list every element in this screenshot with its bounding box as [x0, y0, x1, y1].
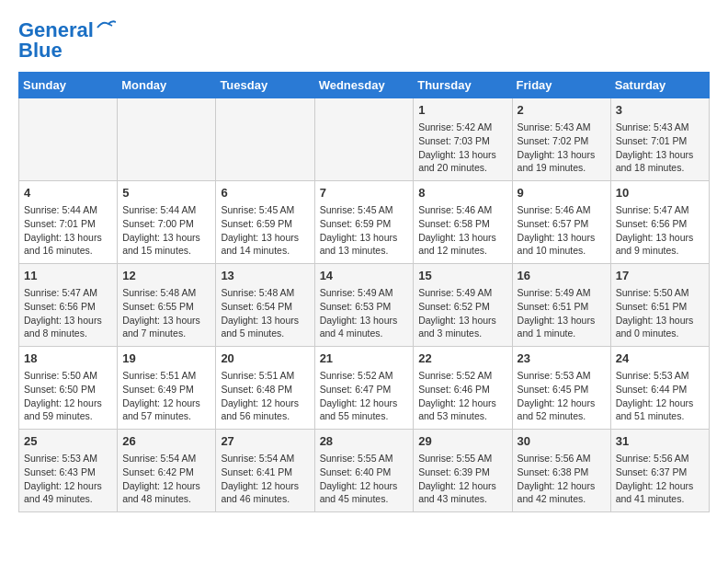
day-number: 3: [616, 102, 704, 119]
logo: General Blue: [18, 18, 116, 63]
calendar-cell: 31Sunrise: 5:56 AM Sunset: 6:37 PM Dayli…: [610, 430, 709, 512]
logo-bird-icon: [96, 18, 116, 33]
header-tuesday: Tuesday: [216, 73, 314, 98]
calendar-cell: 3Sunrise: 5:43 AM Sunset: 7:01 PM Daylig…: [610, 98, 709, 181]
calendar-cell: 10Sunrise: 5:47 AM Sunset: 6:56 PM Dayli…: [610, 181, 709, 264]
day-info: Sunrise: 5:42 AM Sunset: 7:03 PM Dayligh…: [418, 121, 506, 175]
day-info: Sunrise: 5:47 AM Sunset: 6:56 PM Dayligh…: [24, 286, 112, 340]
day-number: 25: [24, 433, 112, 450]
calendar-cell: 2Sunrise: 5:43 AM Sunset: 7:02 PM Daylig…: [512, 98, 610, 181]
day-info: Sunrise: 5:51 AM Sunset: 6:49 PM Dayligh…: [122, 369, 210, 423]
calendar-week-row: 18Sunrise: 5:50 AM Sunset: 6:50 PM Dayli…: [19, 347, 710, 430]
day-info: Sunrise: 5:53 AM Sunset: 6:45 PM Dayligh…: [518, 369, 606, 423]
page-header: General Blue: [18, 18, 710, 63]
day-number: 2: [518, 102, 606, 119]
calendar-cell: 21Sunrise: 5:52 AM Sunset: 6:47 PM Dayli…: [314, 347, 414, 430]
day-info: Sunrise: 5:43 AM Sunset: 7:01 PM Dayligh…: [616, 121, 704, 175]
day-number: 8: [418, 185, 506, 201]
header-wednesday: Wednesday: [314, 73, 414, 98]
day-number: 4: [24, 185, 112, 201]
calendar-cell: [118, 98, 216, 181]
day-number: 20: [221, 350, 309, 367]
day-info: Sunrise: 5:49 AM Sunset: 6:53 PM Dayligh…: [320, 286, 409, 340]
day-info: Sunrise: 5:49 AM Sunset: 6:52 PM Dayligh…: [418, 286, 506, 340]
calendar-cell: 28Sunrise: 5:55 AM Sunset: 6:40 PM Dayli…: [314, 430, 414, 512]
day-number: 1: [418, 102, 506, 119]
calendar-cell: 18Sunrise: 5:50 AM Sunset: 6:50 PM Dayli…: [19, 347, 118, 430]
day-number: 30: [518, 433, 606, 450]
day-number: 17: [616, 268, 704, 284]
calendar-cell: 8Sunrise: 5:46 AM Sunset: 6:58 PM Daylig…: [414, 181, 512, 264]
calendar-cell: 15Sunrise: 5:49 AM Sunset: 6:52 PM Dayli…: [414, 264, 512, 347]
day-number: 24: [616, 350, 704, 367]
day-info: Sunrise: 5:45 AM Sunset: 6:59 PM Dayligh…: [320, 203, 409, 258]
day-info: Sunrise: 5:55 AM Sunset: 6:40 PM Dayligh…: [320, 452, 409, 506]
day-number: 28: [320, 433, 409, 450]
day-number: 11: [24, 268, 112, 284]
calendar-week-row: 4Sunrise: 5:44 AM Sunset: 7:01 PM Daylig…: [19, 181, 710, 264]
calendar-cell: 20Sunrise: 5:51 AM Sunset: 6:48 PM Dayli…: [216, 347, 314, 430]
day-info: Sunrise: 5:43 AM Sunset: 7:02 PM Dayligh…: [518, 121, 606, 175]
day-info: Sunrise: 5:45 AM Sunset: 6:59 PM Dayligh…: [221, 203, 309, 258]
day-info: Sunrise: 5:55 AM Sunset: 6:39 PM Dayligh…: [418, 452, 506, 506]
calendar-body: 1Sunrise: 5:42 AM Sunset: 7:03 PM Daylig…: [19, 98, 710, 512]
calendar-cell: 30Sunrise: 5:56 AM Sunset: 6:38 PM Dayli…: [512, 430, 610, 512]
calendar-cell: [314, 98, 414, 181]
calendar-cell: [19, 98, 118, 181]
calendar-cell: 16Sunrise: 5:49 AM Sunset: 6:51 PM Dayli…: [512, 264, 610, 347]
calendar-cell: 14Sunrise: 5:49 AM Sunset: 6:53 PM Dayli…: [314, 264, 414, 347]
day-info: Sunrise: 5:48 AM Sunset: 6:54 PM Dayligh…: [221, 286, 309, 340]
calendar-header: SundayMondayTuesdayWednesdayThursdayFrid…: [19, 73, 710, 98]
day-number: 13: [221, 268, 309, 284]
calendar-week-row: 11Sunrise: 5:47 AM Sunset: 6:56 PM Dayli…: [19, 264, 710, 347]
day-number: 29: [418, 433, 506, 450]
day-info: Sunrise: 5:46 AM Sunset: 6:58 PM Dayligh…: [418, 203, 506, 258]
day-number: 31: [616, 433, 704, 450]
day-info: Sunrise: 5:56 AM Sunset: 6:38 PM Dayligh…: [518, 452, 606, 506]
day-info: Sunrise: 5:44 AM Sunset: 7:01 PM Dayligh…: [24, 203, 112, 258]
day-number: 9: [518, 185, 606, 201]
calendar-cell: 27Sunrise: 5:54 AM Sunset: 6:41 PM Dayli…: [216, 430, 314, 512]
day-number: 5: [122, 185, 210, 201]
calendar-cell: 25Sunrise: 5:53 AM Sunset: 6:43 PM Dayli…: [19, 430, 118, 512]
calendar-cell: 29Sunrise: 5:55 AM Sunset: 6:39 PM Dayli…: [414, 430, 512, 512]
day-info: Sunrise: 5:50 AM Sunset: 6:51 PM Dayligh…: [616, 286, 704, 340]
day-info: Sunrise: 5:48 AM Sunset: 6:55 PM Dayligh…: [122, 286, 210, 340]
day-number: 6: [221, 185, 309, 201]
header-thursday: Thursday: [414, 73, 512, 98]
day-info: Sunrise: 5:53 AM Sunset: 6:44 PM Dayligh…: [616, 369, 704, 423]
day-number: 22: [418, 350, 506, 367]
day-number: 18: [24, 350, 112, 367]
calendar-cell: 13Sunrise: 5:48 AM Sunset: 6:54 PM Dayli…: [216, 264, 314, 347]
calendar-cell: 26Sunrise: 5:54 AM Sunset: 6:42 PM Dayli…: [118, 430, 216, 512]
days-of-week-row: SundayMondayTuesdayWednesdayThursdayFrid…: [19, 73, 710, 98]
calendar-week-row: 1Sunrise: 5:42 AM Sunset: 7:03 PM Daylig…: [19, 98, 710, 181]
day-info: Sunrise: 5:44 AM Sunset: 7:00 PM Dayligh…: [122, 203, 210, 258]
calendar-table: SundayMondayTuesdayWednesdayThursdayFrid…: [18, 72, 710, 512]
day-info: Sunrise: 5:53 AM Sunset: 6:43 PM Dayligh…: [24, 452, 112, 506]
day-info: Sunrise: 5:54 AM Sunset: 6:41 PM Dayligh…: [221, 452, 309, 506]
day-info: Sunrise: 5:50 AM Sunset: 6:50 PM Dayligh…: [24, 369, 112, 423]
day-number: 21: [320, 350, 409, 367]
day-info: Sunrise: 5:54 AM Sunset: 6:42 PM Dayligh…: [122, 452, 210, 506]
header-monday: Monday: [118, 73, 216, 98]
day-info: Sunrise: 5:47 AM Sunset: 6:56 PM Dayligh…: [616, 203, 704, 258]
calendar-week-row: 25Sunrise: 5:53 AM Sunset: 6:43 PM Dayli…: [19, 430, 710, 512]
day-info: Sunrise: 5:46 AM Sunset: 6:57 PM Dayligh…: [518, 203, 606, 258]
calendar-cell: 9Sunrise: 5:46 AM Sunset: 6:57 PM Daylig…: [512, 181, 610, 264]
day-number: 7: [320, 185, 409, 201]
day-number: 15: [418, 268, 506, 284]
calendar-cell: 22Sunrise: 5:52 AM Sunset: 6:46 PM Dayli…: [414, 347, 512, 430]
day-number: 26: [122, 433, 210, 450]
day-number: 16: [518, 268, 606, 284]
day-info: Sunrise: 5:51 AM Sunset: 6:48 PM Dayligh…: [221, 369, 309, 423]
calendar-cell: [216, 98, 314, 181]
calendar-cell: 1Sunrise: 5:42 AM Sunset: 7:03 PM Daylig…: [414, 98, 512, 181]
calendar-cell: 5Sunrise: 5:44 AM Sunset: 7:00 PM Daylig…: [118, 181, 216, 264]
header-saturday: Saturday: [610, 73, 709, 98]
day-number: 27: [221, 433, 309, 450]
day-info: Sunrise: 5:52 AM Sunset: 6:47 PM Dayligh…: [320, 369, 409, 423]
logo-blue-text: Blue: [18, 39, 63, 63]
day-number: 12: [122, 268, 210, 284]
calendar-cell: 17Sunrise: 5:50 AM Sunset: 6:51 PM Dayli…: [610, 264, 709, 347]
